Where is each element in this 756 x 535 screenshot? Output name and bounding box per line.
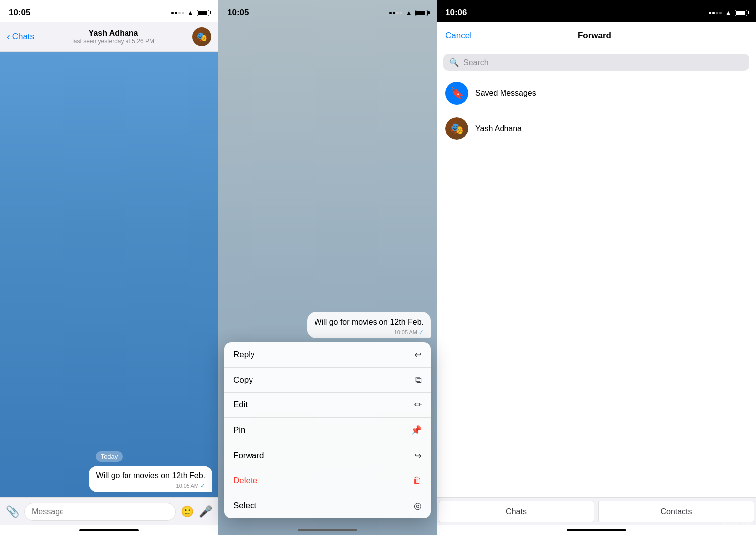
context-forward[interactable]: Forward ↪ [224,443,431,468]
status-icons-2: ▲ [389,9,428,17]
home-bar-2 [298,529,357,531]
forward-label: Forward [233,451,264,461]
tab-chats-label: Chats [506,507,527,516]
dot3 [178,12,181,14]
floating-bubble-text: Will go for movies on 12th Feb. [314,317,424,328]
select-label: Select [233,501,256,511]
forward-item-saved[interactable]: 🔖 Saved Messages [437,76,756,111]
dot2-3 [712,12,715,14]
context-copy[interactable]: Copy ⧉ [224,368,431,393]
saved-messages-name: Saved Messages [475,89,536,98]
check-icon-2: ✓ [419,329,424,335]
select-icon: ◎ [414,500,422,511]
battery-fill-3 [736,11,745,15]
forward-item-yash[interactable]: 🎭 Yash Adhana [437,111,756,146]
dot1 [171,12,174,14]
yash-avatar-img: 🎭 [445,117,468,140]
tab-bar: Chats Contacts [437,497,756,525]
status-bar-3: 10:06 ▲ [437,0,756,22]
battery-fill [198,11,207,15]
message-time: 10:05 AM [176,483,199,489]
panel-chat: 10:05 ▲ ‹ Chats Yash Adhana last seen ye… [0,0,218,535]
floating-bubble-meta: 10:05 AM ✓ [314,329,424,335]
check-icon: ✓ [200,482,205,489]
panel2-body: Will go for movies on 12th Feb. 10:05 AM… [218,22,437,525]
delete-label: Delete [233,476,257,486]
search-placeholder: Search [463,58,489,67]
forward-header: Cancel Forward [437,22,756,50]
dot4-2 [400,12,402,14]
floating-message-time: 10:05 AM [394,329,417,335]
search-icon: 🔍 [449,58,459,67]
home-bar-1 [79,529,139,531]
yash-avatar: 🎭 [445,117,468,140]
chat-header: ‹ Chats Yash Adhana last seen yesterday … [0,22,218,52]
pin-icon: 📌 [411,425,422,436]
dot1-2 [389,12,392,14]
status-bar-2: 10:05 ▲ [218,0,437,22]
battery-icon-2 [415,10,428,16]
date-badge: Today [96,451,123,462]
floating-message-bubble: Will go for movies on 12th Feb. 10:05 AM… [307,312,431,338]
avatar[interactable]: 🎭 [192,27,211,46]
saved-messages-avatar: 🔖 [445,82,468,105]
dot4 [182,12,184,14]
delete-icon: 🗑 [413,475,422,486]
avatar-image: 🎭 [192,27,211,46]
search-bar[interactable]: 🔍 Search [443,54,749,71]
dot2-2 [393,12,395,14]
search-container: 🔍 Search [437,50,756,76]
back-label: Chats [12,32,34,42]
edit-icon: ✏ [414,400,422,410]
signal-icon-2 [389,12,402,14]
reply-label: Reply [233,350,254,360]
home-indicator-3 [437,525,756,535]
context-menu: Reply ↩ Copy ⧉ Edit ✏ Pin 📌 Forward ↪ De… [224,342,431,518]
back-button[interactable]: ‹ Chats [7,31,34,42]
time-display-3: 10:06 [445,8,467,18]
bubble-meta: 10:05 AM ✓ [96,482,205,489]
signal-icon [171,12,184,14]
cancel-button[interactable]: Cancel [445,31,472,41]
copy-icon: ⧉ [415,375,422,385]
forward-list: 🔖 Saved Messages 🎭 Yash Adhana [437,76,756,497]
context-edit[interactable]: Edit ✏ [224,393,431,418]
panel-context-menu: 10:05 ▲ Will go for movies on 12th Feb. … [218,0,437,535]
edit-label: Edit [233,400,248,410]
context-pin[interactable]: Pin 📌 [224,418,431,443]
watermark: @地瓜说机 [721,522,751,530]
tab-contacts[interactable]: Contacts [598,501,754,522]
context-delete[interactable]: Delete 🗑 [224,468,431,493]
message-input[interactable] [24,503,176,521]
status-bar-1: 10:05 ▲ [0,0,218,22]
context-select[interactable]: Select ◎ [224,493,431,518]
battery-icon-3 [735,10,747,16]
microphone-icon[interactable]: 🎤 [199,505,212,518]
dot4-3 [719,12,722,14]
dot1-3 [709,12,711,14]
status-icons-1: ▲ [171,9,209,17]
contact-status: last seen yesterday at 5:26 PM [34,38,192,45]
input-bar: 📎 🙂 🎤 [0,497,218,525]
tab-chats[interactable]: Chats [439,501,594,522]
time-display-1: 10:05 [9,8,30,18]
home-indicator-2 [218,525,437,535]
wifi-icon: ▲ [187,9,194,17]
dot2 [175,12,177,14]
pin-label: Pin [233,425,246,435]
attachment-icon[interactable]: 📎 [6,505,19,518]
signal-icon-3 [709,12,722,14]
context-reply[interactable]: Reply ↩ [224,342,431,368]
dot3-3 [716,12,718,14]
chat-body: Today Will go for movies on 12th Feb. 10… [0,52,218,497]
dot3-2 [396,12,399,14]
forward-icon: ↪ [414,450,422,461]
wifi-icon-2: ▲ [405,9,412,17]
home-indicator-1 [0,525,218,535]
header-center: Yash Adhana last seen yesterday at 5:26 … [34,29,192,45]
forward-title: Forward [578,31,611,41]
sticker-icon[interactable]: 🙂 [181,505,194,518]
wifi-icon-3: ▲ [725,9,732,17]
reply-icon: ↩ [414,349,422,360]
copy-label: Copy [233,375,253,385]
